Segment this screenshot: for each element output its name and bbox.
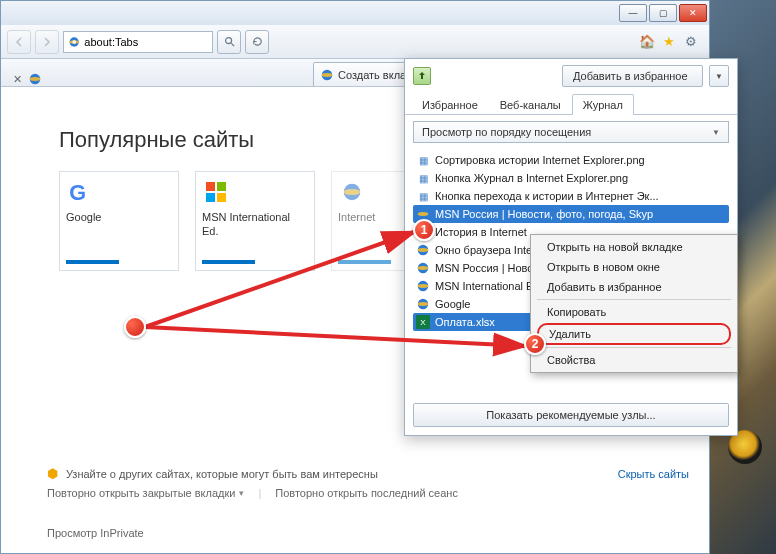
ctx-open-new-tab[interactable]: Открыть на новой вкладке [533,237,735,257]
ie-icon [68,35,80,49]
ie-icon [416,261,430,275]
ie-icon [320,68,334,82]
tab-history[interactable]: Журнал [572,94,634,115]
tile-accent-bar [338,260,391,264]
reopen-last-session-link[interactable]: Повторно открыть последний сеанс [275,487,458,499]
annotation-marker-2: 2 [524,333,546,355]
ie-icon [416,243,430,257]
svg-rect-11 [217,182,226,191]
tile-accent-bar [66,260,119,264]
ie-icon [416,279,430,293]
ie-icon [28,72,42,86]
svg-point-17 [418,212,429,216]
chevron-down-icon: ▼ [712,128,720,137]
svg-point-21 [418,248,429,252]
tip-shield-icon: ⬢ [47,466,58,481]
image-file-icon: ▦ [416,171,430,185]
history-item-label: История в Internet [435,226,527,238]
svg-point-6 [30,77,41,81]
svg-point-8 [322,73,333,77]
history-context-menu: Открыть на новой вкладке Открыть в новом… [530,234,738,373]
favorites-tabs: Избранное Веб-каналы Журнал [405,93,737,115]
image-file-icon: ▦ [416,189,430,203]
image-file-icon: ▦ [416,153,430,167]
history-item-label: Кнопка Журнал в Internet Explorer.png [435,172,628,184]
history-item[interactable]: ▦Кнопка Журнал в Internet Explorer.png [413,169,729,187]
excel-file-icon: X [416,315,430,329]
nav-forward-button[interactable] [35,30,59,54]
svg-text:G: G [69,180,86,205]
history-item[interactable]: ▦Кнопка перехода к истории в Интернет Эк… [413,187,729,205]
toolbar-icon-group: 🏠 ★ ⚙ [639,34,699,50]
pin-panel-button[interactable] [413,67,431,85]
site-tile-google[interactable]: G Google [59,171,179,271]
address-input[interactable] [84,36,208,48]
hide-sites-link[interactable]: Скрыть сайты [618,468,689,480]
svg-line-4 [231,43,234,46]
ctx-separator [537,347,731,348]
reopen-closed-tabs-link[interactable]: Повторно открыть закрытые вкладки ▾ [47,487,244,499]
svg-point-25 [418,284,429,288]
history-sort-dropdown[interactable]: Просмотр по порядку посещения ▼ [413,121,729,143]
ie-icon [338,178,366,206]
window-close-button[interactable]: ✕ [679,4,707,22]
close-all-tabs-icon[interactable]: ✕ [13,73,22,86]
svg-point-3 [225,38,231,44]
sort-label: Просмотр по порядку посещения [422,126,591,138]
nav-back-button[interactable] [7,30,31,54]
ctx-delete[interactable]: Удалить [537,323,731,345]
history-item-selected[interactable]: MSN Россия | Новости, фото, погода, Skyp [413,205,729,223]
address-bar[interactable] [63,31,213,53]
history-item-label: Кнопка перехода к истории в Интернет Эк.… [435,190,659,202]
window-maximize-button[interactable]: ▢ [649,4,677,22]
svg-rect-13 [217,193,226,202]
tile-label: MSN International Ed. [202,210,308,239]
ctx-open-new-window[interactable]: Открыть в новом окне [533,257,735,277]
search-button[interactable] [217,30,241,54]
add-to-favorites-button[interactable]: Добавить в избранное [562,65,703,87]
tools-gear-icon[interactable]: ⚙ [683,34,699,50]
site-tile-msn[interactable]: MSN International Ed. [195,171,315,271]
favorites-star-icon[interactable]: ★ [661,34,677,50]
svg-rect-12 [206,193,215,202]
ie-icon [416,297,430,311]
google-logo-icon: G [66,178,94,206]
msn-logo-icon [202,178,230,206]
history-item-label: Окно браузера Inte [435,244,532,256]
ctx-properties[interactable]: Свойства [533,350,735,370]
history-item-label: MSN International E [435,280,533,292]
svg-rect-10 [206,182,215,191]
tile-accent-bar [202,260,255,264]
history-item[interactable]: ▦Сортировка истории Internet Explorer.pn… [413,151,729,169]
add-favorites-dropdown-button[interactable]: ▼ [709,65,729,87]
inprivate-link[interactable]: Просмотр InPrivate [47,527,144,539]
home-icon[interactable]: 🏠 [639,34,655,50]
ctx-copy[interactable]: Копировать [533,302,735,322]
history-item-label: MSN Россия | Новости, фото, погода, Skyp [435,208,653,220]
tab-feeds[interactable]: Веб-каналы [489,94,572,115]
history-item-label: Сортировка истории Internet Explorer.png [435,154,645,166]
history-item-label: MSN Россия | Ново [435,262,533,274]
svg-point-2 [72,40,76,44]
discover-sites-text: Узнайте о других сайтах, которые могут б… [66,468,378,480]
svg-point-23 [418,266,429,270]
ctx-add-favorite[interactable]: Добавить в избранное [533,277,735,297]
window-titlebar: — ▢ ✕ [1,1,709,25]
navigation-toolbar: 🏠 ★ ⚙ [1,25,709,59]
svg-point-27 [418,302,429,306]
annotation-origin-dot [124,316,146,338]
history-item-label: Оплата.xlsx [435,316,495,328]
svg-point-15 [344,189,361,195]
ctx-separator [537,299,731,300]
annotation-marker-1: 1 [413,219,435,241]
history-item-label: Google [435,298,470,310]
refresh-button[interactable] [245,30,269,54]
chevron-down-icon: ▾ [239,488,244,498]
tab-favorites[interactable]: Избранное [411,94,489,115]
show-recommended-button[interactable]: Показать рекомендуемые узлы... [413,403,729,427]
window-minimize-button[interactable]: — [619,4,647,22]
tile-label: Google [66,210,172,224]
new-tab-footer: ⬢ Узнайте о других сайтах, которые могут… [47,466,689,539]
